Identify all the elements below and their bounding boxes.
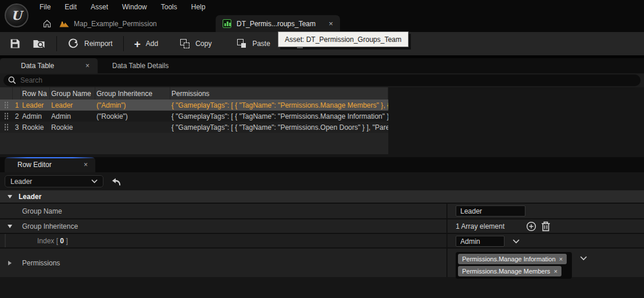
- menu-file[interactable]: File: [33, 1, 58, 13]
- paste-label: Paste: [252, 40, 270, 48]
- reimport-button[interactable]: Reimport: [62, 34, 119, 53]
- datatable-asset-icon: [223, 19, 231, 28]
- tab-row-editor[interactable]: Row Editor ×: [5, 157, 95, 172]
- copy-button[interactable]: Copy: [174, 34, 217, 53]
- paste-icon: [237, 39, 247, 49]
- index-0-group-input[interactable]: [456, 236, 505, 247]
- header-group-inheritence[interactable]: Group Inheritence: [95, 87, 170, 100]
- expander-down-icon: [8, 195, 12, 198]
- property-row-group-name: Group Name: [0, 203, 644, 218]
- add-label: Add: [146, 40, 158, 48]
- reset-row-button[interactable]: [109, 176, 122, 187]
- header-number-column: [13, 87, 21, 100]
- row-number: 3: [13, 123, 21, 132]
- asset-tooltip: Asset: DT_Permission_Groups_Team: [278, 31, 409, 47]
- header-permissions[interactable]: Permissions: [170, 87, 388, 100]
- inheritence-cell: ("Rookie"): [95, 112, 170, 120]
- table-row-leader[interactable]: 1 Leader Leader ("Admin") { "GameplayTag…: [0, 100, 388, 111]
- reimport-label: Reimport: [84, 40, 113, 48]
- row-name-cell: Rookie: [21, 123, 50, 132]
- plus-circle-icon: [526, 221, 536, 232]
- column-divider: [446, 234, 448, 247]
- chevron-down-icon[interactable]: [513, 239, 520, 244]
- row-name-cell: Admin: [21, 112, 50, 120]
- header-row-name[interactable]: Row Na: [21, 87, 50, 100]
- data-table-panel: Row Na Group Name Group Inheritence Perm…: [0, 87, 644, 154]
- category-leader[interactable]: Leader: [0, 190, 644, 203]
- column-divider: [446, 219, 448, 233]
- table-header-row: Row Na Group Name Group Inheritence Perm…: [0, 87, 388, 100]
- group-inheritence-label: Group Inheritence: [22, 222, 78, 230]
- permissions-cell: { "GameplayTags": [ { "TagName": "Permis…: [170, 123, 388, 132]
- remove-tag-icon[interactable]: ×: [554, 268, 557, 275]
- trash-icon: [541, 221, 550, 232]
- unreal-engine-logo-icon[interactable]: U: [5, 3, 28, 27]
- add-array-element-button[interactable]: [526, 221, 536, 232]
- paste-button[interactable]: Paste: [231, 34, 276, 53]
- reimport-arrow-icon: [67, 38, 79, 49]
- add-row-button[interactable]: + Add: [128, 34, 164, 53]
- active-tab-accent: [5, 157, 95, 158]
- copy-label: Copy: [195, 40, 212, 48]
- home-icon[interactable]: [40, 19, 55, 28]
- expander-down-icon[interactable]: [8, 225, 12, 228]
- group-name-cell: Leader: [50, 101, 95, 109]
- permissions-cell: { "GameplayTags": [ { "TagName": "Permis…: [170, 101, 388, 109]
- table-row-rookie[interactable]: 3 Rookie Rookie { "GameplayTags": [ { "T…: [0, 122, 388, 133]
- tab-map-example-permission[interactable]: Map_Example_Permission: [55, 15, 165, 32]
- group-name-cell: Admin: [50, 112, 95, 120]
- row-select-value: Leader: [10, 178, 32, 186]
- map-level-icon: [59, 20, 69, 27]
- menu-window[interactable]: Window: [115, 1, 154, 13]
- header-handle-column: [0, 87, 13, 100]
- tag-label: Permissions.Manage Information: [462, 256, 556, 262]
- group-name-cell: Rookie: [50, 123, 95, 132]
- unreal-datatable-editor-window: U File Edit Asset Window Tools Help Map_…: [0, 0, 644, 298]
- copy-icon: [180, 39, 190, 49]
- search-input[interactable]: [20, 76, 636, 84]
- row-editor-panel: Leader Leader Group Name Group Inhe: [0, 172, 644, 298]
- row-editor-tab-label: Row Editor: [17, 161, 52, 169]
- row-number: 1: [13, 101, 21, 109]
- delete-array-button[interactable]: [541, 221, 550, 232]
- column-divider: [446, 204, 448, 218]
- save-button[interactable]: [3, 34, 27, 53]
- search-icon: [8, 76, 16, 84]
- chevron-down-icon: [91, 179, 98, 183]
- search-row: [0, 73, 644, 87]
- remove-tag-icon[interactable]: ×: [559, 256, 563, 262]
- table-row-admin[interactable]: 2 Admin Admin ("Rookie") { "GameplayTags…: [0, 111, 388, 122]
- close-icon[interactable]: ×: [328, 19, 333, 28]
- close-icon[interactable]: ×: [85, 62, 90, 70]
- close-icon[interactable]: ×: [84, 161, 88, 169]
- tag-label: Permissions.Manage Members: [462, 268, 550, 275]
- tag-pill-manage-information[interactable]: Permissions.Manage Information ×: [458, 254, 567, 264]
- property-row-index-0: Index [ 0 ]: [0, 233, 644, 247]
- menu-asset[interactable]: Asset: [84, 1, 115, 13]
- drag-handle-icon[interactable]: [0, 112, 13, 120]
- expander-right-icon[interactable]: [8, 261, 12, 265]
- array-element-count: 1 Array element: [456, 222, 505, 230]
- gameplay-tag-container[interactable]: Permissions.Manage Information × Permiss…: [456, 252, 572, 279]
- row-number: 2: [13, 112, 21, 120]
- active-tab-label: DT_Permis...roups_Team: [237, 20, 316, 28]
- tooltip-text: Asset: DT_Permission_Groups_Team: [285, 36, 402, 44]
- tab-dt-permission-groups-team[interactable]: DT_Permis...roups_Team ×: [216, 15, 340, 32]
- header-group-name[interactable]: Group Name: [50, 87, 95, 100]
- drag-handle-icon[interactable]: [0, 123, 13, 131]
- chevron-down-icon[interactable]: [580, 256, 587, 261]
- panel-tab-strip: Data Table × Data Table Details: [0, 58, 644, 73]
- menu-edit[interactable]: Edit: [58, 1, 84, 13]
- menu-help[interactable]: Help: [184, 1, 213, 13]
- drag-handle-icon[interactable]: [0, 101, 13, 109]
- tag-pill-manage-members[interactable]: Permissions.Manage Members ×: [458, 266, 561, 276]
- group-name-input[interactable]: [456, 205, 525, 217]
- browse-folder-search-icon: [33, 38, 46, 49]
- indent-guide: [5, 234, 6, 247]
- tab-data-table-details[interactable]: Data Table Details: [112, 58, 169, 73]
- row-select-dropdown[interactable]: Leader: [5, 175, 103, 187]
- menu-tools[interactable]: Tools: [154, 1, 184, 13]
- tab-data-table[interactable]: Data Table ×: [0, 58, 98, 73]
- browse-to-asset-button[interactable]: [27, 34, 52, 53]
- permissions-label: Permissions: [22, 259, 60, 267]
